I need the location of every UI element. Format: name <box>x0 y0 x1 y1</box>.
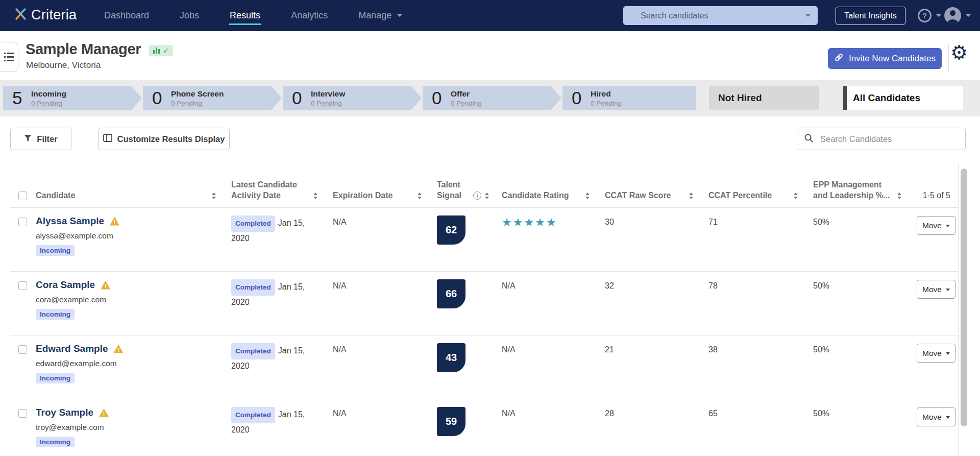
column-talent-signal: TalentSignal i <box>437 179 502 201</box>
gear-icon[interactable]: ⚙ <box>950 43 968 62</box>
ccat-raw-score: 32 <box>605 279 708 335</box>
chevron-down-icon <box>936 14 941 19</box>
activity-date-cell: CompletedJan 15, 2020 <box>231 343 333 399</box>
row-checkbox[interactable] <box>18 281 27 290</box>
talent-insights-button[interactable]: Talent Insights <box>836 7 905 25</box>
activity-date-cell: CompletedJan 15, 2020 <box>231 279 333 335</box>
candidate-name[interactable]: Edward Sample <box>36 343 108 354</box>
sort-icon[interactable] <box>418 193 422 199</box>
customize-results-display-button[interactable]: Customize Results Display <box>98 128 230 150</box>
invite-new-candidates-button[interactable]: Invite New Candidates <box>828 48 942 69</box>
status-badge: Completed <box>231 407 275 423</box>
stage-pending: 0 Pending <box>591 100 622 107</box>
stage-interview[interactable]: 0 Interview 0 Pending <box>283 86 422 110</box>
nav-item-results[interactable]: Results <box>214 0 276 31</box>
candidate-rating: N/A <box>502 407 605 456</box>
column-ccat-percentile: CCAT Percentile <box>708 190 813 201</box>
column-activity-date: Latest CandidateActivity Date <box>231 179 333 201</box>
row-checkbox[interactable] <box>18 409 27 418</box>
stage-offer[interactable]: 0 Offer 0 Pending <box>423 86 561 110</box>
filter-button[interactable]: Filter <box>10 128 71 150</box>
search-candidates-input[interactable] <box>819 134 959 145</box>
vertical-scrollbar[interactable] <box>961 169 967 426</box>
stage-pending: 0 Pending <box>311 100 345 107</box>
nav-item-analytics[interactable]: Analytics <box>276 0 343 31</box>
results-toolbar: Filter Customize Results Display <box>0 116 980 162</box>
column-candidate-rating: Candidate Rating <box>502 190 605 201</box>
help-menu[interactable]: ? <box>918 9 941 22</box>
talent-signal-score[interactable]: 59 <box>437 407 465 436</box>
sort-icon[interactable] <box>212 193 216 199</box>
activity-date-cell: CompletedJan 15, 2020 <box>231 215 333 271</box>
stage-label: Offer <box>451 89 482 99</box>
global-search-input[interactable]: Search candidates <box>623 6 818 25</box>
stage-count: 5 <box>12 88 24 108</box>
candidate-email: cora@example.com <box>36 295 231 304</box>
activity-date-cell: CompletedJan 15, 2020 <box>231 407 333 456</box>
epp-score: 50% <box>813 407 917 456</box>
nav-item-jobs[interactable]: Jobs <box>164 0 214 31</box>
nav-item-dashboard[interactable]: Dashboard <box>89 0 164 31</box>
stage-all-candidates[interactable]: All Candidates <box>843 86 963 110</box>
status-badge: Completed <box>231 215 275 232</box>
talent-signal-score[interactable]: 43 <box>437 343 465 372</box>
sort-icon[interactable] <box>897 193 901 199</box>
stage-count: 0 <box>572 88 584 108</box>
chevron-down-icon <box>946 289 950 293</box>
job-list-toggle-button[interactable] <box>0 42 18 71</box>
stage-count: 0 <box>152 88 164 108</box>
ccat-percentile: 71 <box>708 215 813 271</box>
brand-name: Criteria <box>31 7 77 23</box>
help-icon: ? <box>918 9 932 22</box>
candidate-name[interactable]: Alyssa Sample <box>36 215 104 227</box>
table-header: Candidate Latest CandidateActivity Date … <box>10 162 958 207</box>
info-icon[interactable]: i <box>473 191 481 200</box>
pipeline-band: 5 Incoming 0 Pending 0 Phone Screen 0 Pe… <box>0 80 980 116</box>
move-button[interactable]: Move <box>917 280 955 299</box>
row-checkbox[interactable] <box>18 218 27 226</box>
chevron-down-icon <box>946 225 950 229</box>
divider <box>948 44 949 73</box>
bar-chart-icon <box>153 47 160 54</box>
move-button[interactable]: Move <box>917 216 955 235</box>
list-icon <box>4 53 14 63</box>
search-icon <box>804 133 814 145</box>
account-menu[interactable] <box>944 7 971 24</box>
stage-not-hired[interactable]: Not Hired <box>709 86 819 110</box>
stage-pending: 0 Pending <box>171 100 224 107</box>
ccat-raw-score: 30 <box>605 215 708 271</box>
chevron-down-icon <box>397 14 402 19</box>
move-button[interactable]: Move <box>917 407 955 426</box>
chevron-down-icon <box>805 14 811 19</box>
epp-score: 50% <box>813 279 917 335</box>
candidate-name[interactable]: Cora Sample <box>36 279 95 291</box>
status-badge: Completed <box>231 279 275 296</box>
stage-badge: Incoming <box>36 309 75 320</box>
sort-icon[interactable] <box>794 193 798 199</box>
stage-incoming[interactable]: 5 Incoming 0 Pending <box>3 86 142 110</box>
select-all-checkbox[interactable] <box>18 191 27 200</box>
talent-signal-score[interactable]: 62 <box>437 215 465 245</box>
talent-signal-score[interactable]: 66 <box>437 279 465 308</box>
candidate-rating: N/A <box>502 343 605 399</box>
nav-item-manage[interactable]: Manage <box>343 0 416 31</box>
sort-icon[interactable] <box>313 193 317 199</box>
table-row: Cora Sample cora@example.com Incoming Co… <box>10 271 958 335</box>
sort-icon[interactable] <box>689 193 693 199</box>
star-rating[interactable]: ★★★★★ <box>502 217 557 229</box>
move-button[interactable]: Move <box>917 344 955 363</box>
chevron-down-icon <box>966 14 971 19</box>
stage-phone-screen[interactable]: 0 Phone Screen 0 Pending <box>143 86 282 110</box>
candidate-rating: N/A <box>502 279 605 335</box>
candidate-name[interactable]: Troy Sample <box>36 407 93 418</box>
sort-icon[interactable] <box>585 193 590 199</box>
ccat-percentile: 38 <box>708 343 813 399</box>
row-checkbox[interactable] <box>18 345 27 354</box>
column-epp-management: EPP Managementand Leadership %... <box>813 179 917 201</box>
stage-count: 0 <box>292 88 304 108</box>
column-ccat-raw-score: CCAT Raw Score <box>605 190 708 201</box>
sort-icon[interactable] <box>485 193 489 199</box>
criteria-logo[interactable]: Criteria <box>13 7 77 23</box>
avatar <box>944 7 961 24</box>
stage-hired[interactable]: 0 Hired 0 Pending <box>562 86 696 110</box>
